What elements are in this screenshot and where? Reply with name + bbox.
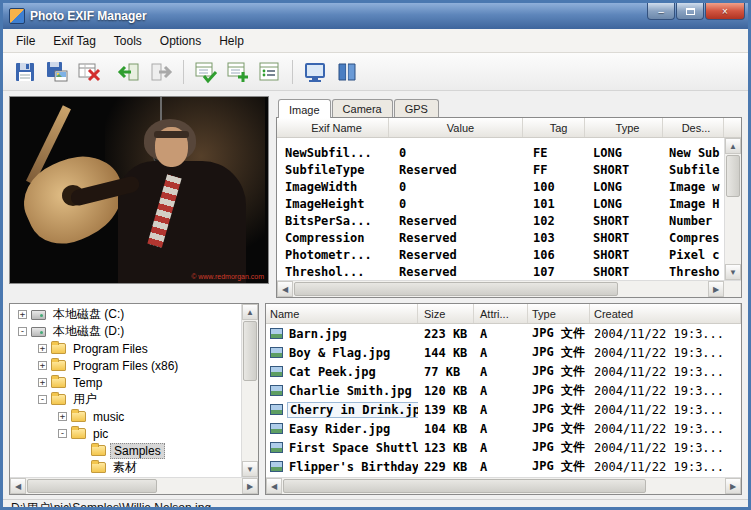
tree-item-music[interactable]: + music <box>10 408 241 425</box>
scrollbar-thumb[interactable] <box>726 155 740 197</box>
col-value[interactable]: Value <box>389 118 523 137</box>
scroll-left-icon[interactable]: ◀ <box>277 281 293 297</box>
exif-row[interactable]: ImageHeight0101LONGImage H <box>277 195 724 212</box>
expander-icon[interactable]: - <box>18 327 27 336</box>
tree-item-program-files[interactable]: + Program Files <box>10 340 241 357</box>
tree-item-drive-c[interactable]: + 本地磁盘 (C:) <box>10 306 241 323</box>
scroll-up-icon[interactable]: ▲ <box>242 304 258 320</box>
col-description[interactable]: Des... <box>663 118 724 137</box>
expander-icon[interactable]: - <box>38 395 47 404</box>
save-image-icon[interactable] <box>42 57 72 87</box>
delete-tags-icon[interactable] <box>74 57 104 87</box>
tree-item-samples[interactable]: Samples <box>10 442 241 459</box>
photo-credit: © www.redmorgan.com <box>191 273 264 280</box>
tree-horizontal-scrollbar[interactable]: ◀ ▶ <box>10 477 258 494</box>
scroll-down-icon[interactable]: ▼ <box>725 264 741 280</box>
exif-tag-cell: FE <box>523 146 585 160</box>
tree-item-pic[interactable]: - pic <box>10 425 241 442</box>
exif-row[interactable]: Photometr...Reserved106SHORTPixel c <box>277 246 724 263</box>
import-back-icon[interactable] <box>114 57 144 87</box>
file-row-selected[interactable]: Cherry in Drink.jpg139 KBAJPG 文件2004/11/… <box>266 400 741 419</box>
exif-row[interactable]: NewSubfil...0FELONGNew Sub <box>277 144 724 161</box>
tag-list-icon[interactable] <box>255 57 285 87</box>
scroll-left-icon[interactable]: ◀ <box>10 478 26 494</box>
col-name[interactable]: Name <box>266 304 418 323</box>
scrollbar-thumb[interactable] <box>27 479 157 493</box>
scrollbar-thumb[interactable] <box>243 321 257 381</box>
file-row[interactable]: Cat Peek.jpg77 KBAJPG 文件2004/11/22 19:3.… <box>266 362 741 381</box>
col-attributes[interactable]: Attri... <box>474 304 528 323</box>
expander-icon[interactable]: + <box>18 310 27 319</box>
exif-tabs: Image Camera GPS <box>276 96 742 117</box>
tab-camera[interactable]: Camera <box>332 99 393 117</box>
exif-des-cell: Subfile <box>663 163 724 177</box>
menu-exif-tag[interactable]: Exif Tag <box>44 31 104 51</box>
folder-icon <box>71 411 86 422</box>
file-row[interactable]: Easy Rider.jpg104 KBAJPG 文件2004/11/22 19… <box>266 419 741 438</box>
col-tag[interactable]: Tag <box>523 118 585 137</box>
export-forward-icon[interactable] <box>146 57 176 87</box>
edit-tags-icon[interactable] <box>191 57 221 87</box>
scroll-right-icon[interactable]: ▶ <box>725 478 741 494</box>
tree-item-temp[interactable]: + Temp <box>10 374 241 391</box>
menu-file[interactable]: File <box>7 31 44 51</box>
tab-gps[interactable]: GPS <box>394 99 439 117</box>
exif-vertical-scrollbar[interactable]: ▲ ▼ <box>724 138 741 280</box>
add-tag-icon[interactable] <box>223 57 253 87</box>
file-created: 2004/11/22 19:3... <box>590 403 741 417</box>
maximize-button[interactable] <box>676 3 704 20</box>
col-size[interactable]: Size <box>418 304 474 323</box>
file-row[interactable]: Barn.jpg223 KBAJPG 文件2004/11/22 19:3... <box>266 324 741 343</box>
help-icon[interactable] <box>332 57 362 87</box>
exif-row[interactable]: BitsPerSa...Reserved102SHORTNumber <box>277 212 724 229</box>
file-type: JPG 文件 <box>528 458 590 475</box>
close-button[interactable]: × <box>705 3 745 20</box>
file-row[interactable]: Flipper's Birthday...229 KBAJPG 文件2004/1… <box>266 457 741 476</box>
scroll-up-icon[interactable]: ▲ <box>725 138 741 154</box>
col-exif-name[interactable]: Exif Name <box>277 118 389 137</box>
minimize-button[interactable]: – <box>647 3 675 20</box>
exif-row[interactable]: ImageWidth0100LONGImage w <box>277 178 724 195</box>
scroll-down-icon[interactable]: ▼ <box>242 461 258 477</box>
file-type: JPG 文件 <box>528 439 590 456</box>
exif-name-cell: SubfileType <box>277 163 389 177</box>
exif-row[interactable]: Threshol...Reserved107SHORTThresho <box>277 263 724 280</box>
save-icon[interactable] <box>10 57 40 87</box>
expander-icon[interactable]: - <box>58 429 67 438</box>
tree-vertical-scrollbar[interactable]: ▲ ▼ <box>241 304 258 477</box>
viewer-icon[interactable] <box>300 57 330 87</box>
tab-image[interactable]: Image <box>278 99 331 118</box>
file-row[interactable]: First Space Shuttl...123 KBAJPG 文件2004/1… <box>266 438 741 457</box>
menu-options[interactable]: Options <box>151 31 210 51</box>
scroll-right-icon[interactable]: ▶ <box>242 478 258 494</box>
file-created: 2004/11/22 19:3... <box>590 384 741 398</box>
file-created: 2004/11/22 19:3... <box>590 422 741 436</box>
expander-icon[interactable]: + <box>38 361 47 370</box>
expander-icon[interactable]: + <box>38 344 47 353</box>
file-attr: A <box>474 422 528 436</box>
scrollbar-thumb[interactable] <box>294 282 618 296</box>
scroll-right-icon[interactable]: ▶ <box>708 281 724 297</box>
tree-item-users[interactable]: - 用户 <box>10 391 241 408</box>
tree-item-program-files-x86[interactable]: + Program Files (x86) <box>10 357 241 374</box>
menu-bar: File Exif Tag Tools Options Help <box>3 29 748 53</box>
menu-tools[interactable]: Tools <box>105 31 151 51</box>
scrollbar-thumb[interactable] <box>283 479 646 493</box>
exif-horizontal-scrollbar[interactable]: ◀ ▶ <box>277 280 741 297</box>
exif-row[interactable]: SubfileTypeReservedFFSHORTSubfile <box>277 161 724 178</box>
tree-item-drive-d[interactable]: - 本地磁盘 (D:) <box>10 323 241 340</box>
expander-icon[interactable]: + <box>38 378 47 387</box>
menu-help[interactable]: Help <box>210 31 253 51</box>
col-type[interactable]: Type <box>585 118 663 137</box>
tree-item-sucai[interactable]: 素材 <box>10 459 241 476</box>
col-created[interactable]: Created <box>590 304 741 323</box>
file-row[interactable]: Boy & Flag.jpg144 KBAJPG 文件2004/11/22 19… <box>266 343 741 362</box>
title-bar[interactable]: Photo EXIF Manager – × <box>3 3 748 29</box>
col-type[interactable]: Type <box>528 304 590 323</box>
exif-row[interactable]: CompressionReserved103SHORTCompres <box>277 229 724 246</box>
expander-icon[interactable]: + <box>58 412 67 421</box>
tree-item-label: music <box>90 410 127 424</box>
scroll-left-icon[interactable]: ◀ <box>266 478 282 494</box>
file-list-horizontal-scrollbar[interactable]: ◀ ▶ <box>266 477 741 494</box>
file-row[interactable]: Charlie Smith.jpg120 KBAJPG 文件2004/11/22… <box>266 381 741 400</box>
